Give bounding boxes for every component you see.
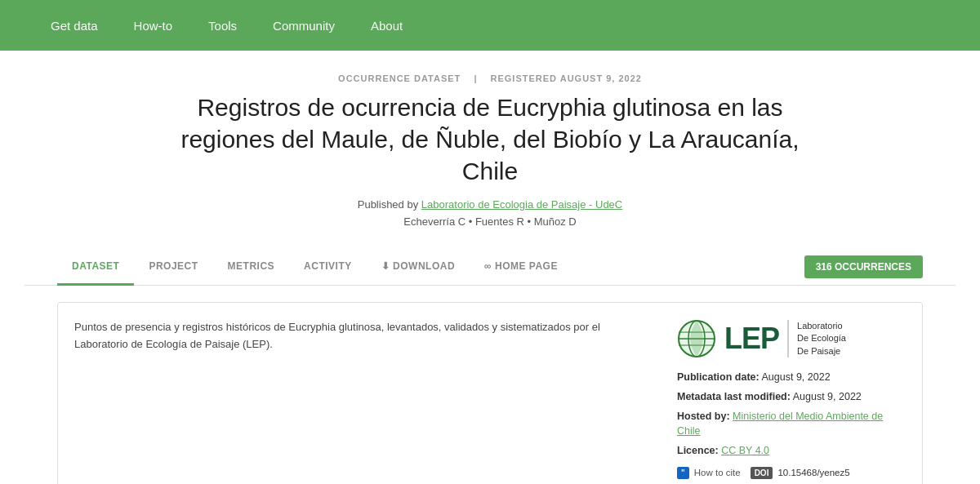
licence-link[interactable]: CC BY 4.0 [721,445,769,456]
header-section: OCCURRENCE DATASET | REGISTERED AUGUST 9… [122,51,858,249]
info-right: LEP LaboratorioDe EcologíaDe Paisaje Pub… [677,319,906,479]
tab-project[interactable]: PROJECT [134,249,212,286]
globe-icon [677,319,716,358]
how-to-cite-link[interactable]: How to cite [694,468,741,477]
tab-dataset[interactable]: DATASET [57,249,134,286]
logo-text-group: LEP [724,322,779,356]
logo-acronym: LEP [724,322,779,356]
logo-full-name: LaboratorioDe EcologíaDe Paisaje [797,320,846,357]
licence-row: Licence: CC BY 4.0 [677,443,906,459]
doi-badge: DOI [751,467,773,479]
tabs-container: DATASET PROJECT METRICS ACTIVITY ⬇ DOWNL… [24,249,956,286]
tab-download[interactable]: ⬇ DOWNLOAD [367,249,470,286]
page-title: Registros de ocurrencia de Eucryphia glu… [155,91,825,187]
tab-metrics[interactable]: METRICS [213,249,290,286]
occurrences-badge: 316 OCCURRENCES [804,255,923,278]
metadata-modified-row: Metadata last modified: August 9, 2022 [677,389,906,405]
tab-activity[interactable]: ACTIVITY [289,249,367,286]
nav-get-data[interactable]: Get data [33,2,116,49]
tab-homepage[interactable]: ∞ HOME PAGE [470,249,572,286]
dataset-type: OCCURRENCE DATASET [338,73,461,83]
logo-area: LEP LaboratorioDe EcologíaDe Paisaje [677,319,906,358]
nav-items: Get data How-to Tools Community About [33,2,421,49]
main-content: Puntos de presencia y registros históric… [24,302,956,484]
metadata-modified-value: August 9, 2022 [793,391,862,402]
hosted-by-row: Hosted by: Ministerio del Medio Ambiente… [677,409,906,440]
nav-community[interactable]: Community [255,2,353,49]
description-text: Puntos de presencia y registros históric… [74,319,653,353]
doi-value: 10.15468/yenez5 [777,468,849,477]
nav-how-to[interactable]: How-to [116,2,191,49]
nav-tools[interactable]: Tools [190,2,255,49]
publication-date-row: Publication date: August 9, 2022 [677,370,906,385]
authors: Echeverría C • Fuentes R • Muñoz D [155,215,825,228]
navbar: Get data How-to Tools Community About [0,0,980,51]
cite-area: " How to cite DOI 10.15468/yenez5 [677,467,906,479]
publisher-link[interactable]: Laboratorio de Ecologia de Paisaje - Ude… [421,198,622,211]
registered-date: REGISTERED AUGUST 9, 2022 [491,73,642,83]
publication-date-value: August 9, 2022 [762,371,831,383]
nav-about[interactable]: About [353,2,421,49]
info-left: Puntos de presencia y registros históric… [74,319,653,479]
dataset-meta: OCCURRENCE DATASET | REGISTERED AUGUST 9… [155,73,825,83]
meta-divider: | [474,73,477,83]
published-by: Published by Laboratorio de Ecologia de … [155,198,825,211]
info-card: Puntos de presencia y registros históric… [57,302,923,484]
cite-icon-badge: " [677,467,689,479]
tabs: DATASET PROJECT METRICS ACTIVITY ⬇ DOWNL… [57,249,804,285]
